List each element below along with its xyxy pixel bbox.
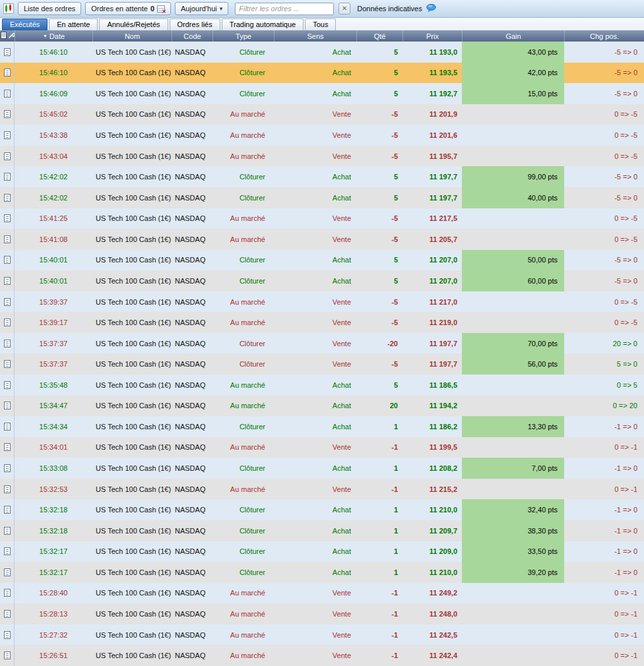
table-row[interactable]: 15:45:02US Tech 100 Cash (1€)NASDAQAu ma…	[0, 104, 644, 125]
table-row[interactable]: 15:34:34US Tech 100 Cash (1€)NASDAQClôtu…	[0, 416, 644, 437]
pending-orders-button[interactable]: Ordres en attente 0	[85, 2, 171, 15]
toolbar: Liste des ordres Ordres en attente 0 Auj…	[0, 0, 644, 18]
column-header-sens[interactable]: Sens	[274, 30, 356, 42]
wrench-icon	[8, 32, 15, 40]
cell-type: Clôturer	[212, 83, 274, 104]
pending-orders-grid-icon	[157, 5, 165, 13]
column-header-code[interactable]: Code	[172, 30, 212, 42]
table-row[interactable]: 15:37:37US Tech 100 Cash (1€)NASDAQClôtu…	[0, 353, 644, 375]
cell-date: 15:26:51	[15, 645, 92, 666]
cell-nom: US Tech 100 Cash (1€)	[92, 229, 172, 250]
tab-en-attente[interactable]: En attente	[49, 18, 98, 30]
order-document-icon	[4, 610, 11, 618]
table-row[interactable]: 15:34:47US Tech 100 Cash (1€)NASDAQAu ma…	[0, 396, 644, 417]
column-header-prix[interactable]: Prix	[402, 30, 462, 42]
cell-code: NASDAQ	[172, 146, 212, 167]
clear-filter-button[interactable]: ✕	[338, 3, 350, 15]
cell-chg: -5 => 0	[564, 42, 644, 63]
cell-gain: 7,00 pts	[462, 458, 564, 479]
cell-chg: 20 => 0	[564, 333, 644, 354]
cell-date: 15:39:17	[15, 312, 92, 333]
table-row[interactable]: 15:37:37US Tech 100 Cash (1€)NASDAQClôtu…	[0, 333, 644, 354]
cell-prix: 11 193,0	[402, 42, 462, 63]
period-dropdown[interactable]: Aujourd'hui ▾	[175, 2, 228, 15]
table-row[interactable]: 15:28:40US Tech 100 Cash (1€)NASDAQAu ma…	[0, 583, 644, 604]
table-row[interactable]: 15:43:38US Tech 100 Cash (1€)NASDAQAu ma…	[0, 125, 644, 146]
table-row[interactable]: 15:46:10US Tech 100 Cash (1€)NASDAQClôtu…	[0, 63, 644, 84]
table-row[interactable]: 15:34:01US Tech 100 Cash (1€)NASDAQAu ma…	[0, 437, 644, 458]
table-row[interactable]: 15:46:09US Tech 100 Cash (1€)NASDAQClôtu…	[0, 83, 644, 104]
table-row[interactable]: 15:39:37US Tech 100 Cash (1€)NASDAQAu ma…	[0, 291, 644, 313]
order-document-icon	[4, 443, 11, 451]
cell-qty: 20	[356, 396, 402, 417]
table-row[interactable]: 15:32:17US Tech 100 Cash (1€)NASDAQClôtu…	[0, 541, 644, 562]
table-row[interactable]: 15:40:01US Tech 100 Cash (1€)NASDAQClôtu…	[0, 270, 644, 291]
table-row[interactable]: 15:32:17US Tech 100 Cash (1€)NASDAQClôtu…	[0, 562, 644, 583]
table-row[interactable]: 15:28:13US Tech 100 Cash (1€)NASDAQAu ma…	[0, 603, 644, 624]
cell-gain	[462, 229, 564, 250]
table-row[interactable]: 15:26:51US Tech 100 Cash (1€)NASDAQAu ma…	[0, 645, 644, 666]
cell-type: Clôturer	[212, 562, 274, 583]
table-row[interactable]: 15:33:08US Tech 100 Cash (1€)NASDAQClôtu…	[0, 458, 644, 479]
cell-icon	[0, 125, 15, 146]
cell-nom: US Tech 100 Cash (1€)	[92, 603, 172, 624]
table-row[interactable]: 15:42:02US Tech 100 Cash (1€)NASDAQClôtu…	[0, 187, 644, 208]
order-document-icon	[4, 589, 11, 597]
cell-date: 15:34:01	[15, 437, 92, 458]
cell-chg: 0 => -1	[564, 624, 644, 646]
cell-chg: 0 => -5	[564, 104, 644, 125]
page-icon	[1, 32, 7, 40]
cell-sens: Achat	[274, 187, 356, 208]
column-header-type[interactable]: Type	[212, 30, 274, 42]
cell-sens: Achat	[274, 416, 356, 437]
cell-type: Au marché	[212, 624, 274, 646]
cell-icon	[0, 187, 15, 208]
cell-date: 15:43:38	[15, 125, 92, 146]
cell-gain	[462, 624, 564, 646]
table-row[interactable]: 15:42:02US Tech 100 Cash (1€)NASDAQClôtu…	[0, 166, 644, 187]
tab-ordres-lies[interactable]: Ordres liés	[170, 18, 220, 30]
table-row[interactable]: 15:46:10US Tech 100 Cash (1€)NASDAQClôtu…	[0, 42, 644, 63]
tab-trading-automatique[interactable]: Trading automatique	[222, 18, 304, 30]
filter-orders-input[interactable]	[235, 3, 334, 15]
orders-list-button[interactable]: Liste des ordres	[18, 2, 81, 15]
table-row[interactable]: 15:32:18US Tech 100 Cash (1€)NASDAQClôtu…	[0, 520, 644, 541]
column-header-date[interactable]: ▼Date	[15, 30, 92, 42]
column-header-qty[interactable]: Qté	[356, 30, 402, 42]
tab-annules-rejetes[interactable]: Annulés/Rejetés	[99, 18, 168, 30]
column-header-nom[interactable]: Nom	[92, 30, 172, 42]
cell-sens: Achat	[274, 541, 356, 562]
table-row[interactable]: 15:27:32US Tech 100 Cash (1€)NASDAQAu ma…	[0, 624, 644, 646]
order-document-icon	[4, 506, 11, 514]
tab-tous[interactable]: Tous	[305, 18, 336, 30]
cell-code: NASDAQ	[172, 270, 212, 291]
table-row[interactable]: 15:39:17US Tech 100 Cash (1€)NASDAQAu ma…	[0, 312, 644, 333]
table-row[interactable]: 15:32:18US Tech 100 Cash (1€)NASDAQClôtu…	[0, 499, 644, 520]
tab-executes[interactable]: Exécutés	[2, 18, 48, 30]
cell-chg: -1 => 0	[564, 416, 644, 437]
cell-gain	[462, 125, 564, 146]
column-header-chg[interactable]: Chg pos.	[564, 30, 644, 42]
table-row[interactable]: 15:32:53US Tech 100 Cash (1€)NASDAQAu ma…	[0, 479, 644, 500]
table-row[interactable]: 15:41:25US Tech 100 Cash (1€)NASDAQAu ma…	[0, 208, 644, 229]
cell-chg: 0 => -1	[564, 645, 644, 666]
table-row[interactable]: 15:43:04US Tech 100 Cash (1€)NASDAQAu ma…	[0, 146, 644, 167]
order-document-icon	[4, 402, 11, 409]
cell-type: Clôturer	[212, 520, 274, 541]
cell-sens: Achat	[274, 375, 356, 396]
cell-chg: -1 => 0	[564, 458, 644, 479]
table-row[interactable]: 15:35:48US Tech 100 Cash (1€)NASDAQAu ma…	[0, 375, 644, 396]
table-row[interactable]: 15:41:08US Tech 100 Cash (1€)NASDAQAu ma…	[0, 229, 644, 250]
cell-code: NASDAQ	[172, 562, 212, 583]
cell-gain: 99,00 pts	[462, 166, 564, 187]
cell-sens: Vente	[274, 353, 356, 375]
order-document-icon	[4, 651, 11, 659]
cell-nom: US Tech 100 Cash (1€)	[92, 83, 172, 104]
cell-prix: 11 186,5	[402, 375, 462, 396]
cell-date: 15:41:08	[15, 229, 92, 250]
cell-gain: 32,40 pts	[462, 499, 564, 520]
cell-nom: US Tech 100 Cash (1€)	[92, 250, 172, 271]
column-header-gain[interactable]: Gain	[462, 30, 564, 42]
table-row[interactable]: 15:40:01US Tech 100 Cash (1€)NASDAQClôtu…	[0, 250, 644, 271]
cell-chg: 5 => 0	[564, 353, 644, 375]
